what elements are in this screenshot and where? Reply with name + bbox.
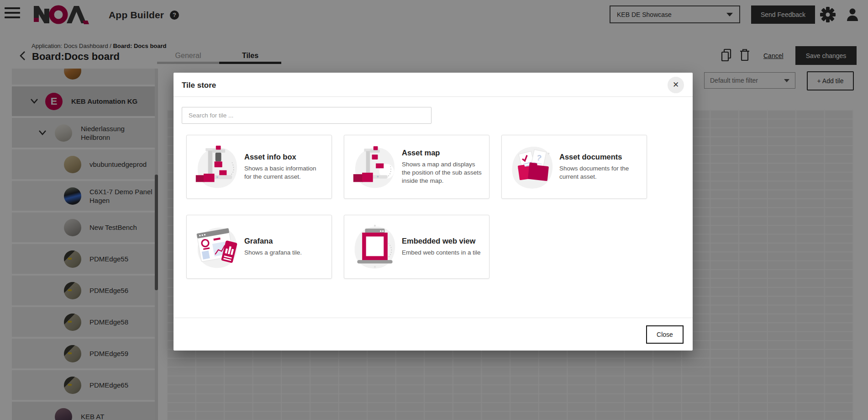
tile-card-asset-map[interactable]: Asset map Shows a map and displays the p…	[344, 135, 489, 199]
laptop-browser-illustration	[348, 220, 402, 274]
tile-name: Grafana	[244, 237, 325, 245]
tile-store-modal: Tile store ✕	[174, 73, 693, 351]
modal-header-divider	[174, 96, 693, 97]
modal-footer-divider	[174, 318, 693, 318]
tile-name: Asset map	[402, 149, 483, 157]
tile-description: Embed web contents in a tile	[402, 249, 483, 257]
tile-description: Shows a basic information for the curren…	[244, 165, 325, 181]
tile-description: Shows a grafana tile.	[244, 249, 325, 257]
tile-description: Shows a map and displays the position of…	[402, 160, 483, 185]
tile-name: Embedded web view	[402, 237, 483, 245]
tile-card-grafana[interactable]: Grafana Shows a grafana tile.	[186, 215, 332, 279]
tile-description: Shows documents for the current asset.	[559, 165, 640, 181]
close-icon[interactable]: ✕	[668, 77, 684, 93]
search-input[interactable]	[182, 107, 431, 124]
tile-name: Asset info box	[244, 153, 325, 161]
folders-documents-illustration: ?	[505, 140, 559, 194]
robot-arm-map-illustration	[348, 140, 402, 194]
tile-name: Asset documents	[559, 153, 640, 161]
tile-list: Asset info box Shows a basic information…	[186, 135, 682, 279]
tile-card-asset-info-box[interactable]: Asset info box Shows a basic information…	[186, 135, 332, 199]
tile-card-asset-documents[interactable]: ? Asset documents Shows documen	[501, 135, 647, 199]
grafana-dashboard-illustration	[190, 220, 244, 274]
app-builder-page: App Builder ? KEB DE Showcase Send Feedb…	[0, 0, 868, 420]
close-button[interactable]: Close	[646, 325, 684, 344]
robot-arm-boxes-illustration	[190, 140, 244, 194]
modal-title: Tile store	[182, 81, 216, 90]
tile-card-embedded-web-view[interactable]: Embedded web view Embed web contents in …	[344, 215, 489, 279]
